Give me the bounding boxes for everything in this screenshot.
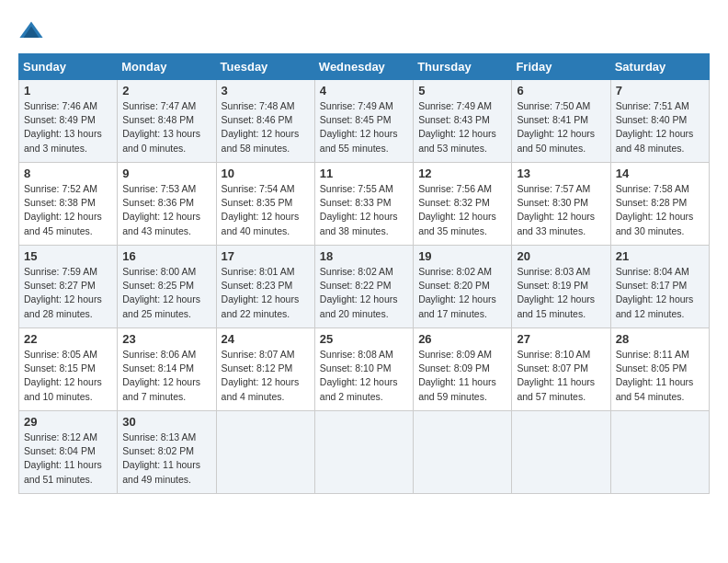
calendar-cell: 7Sunrise: 7:51 AMSunset: 8:40 PMDaylight…	[610, 80, 709, 163]
day-info: Sunrise: 7:48 AMSunset: 8:46 PMDaylight:…	[222, 99, 310, 155]
calendar-cell: 14Sunrise: 7:58 AMSunset: 8:28 PMDayligh…	[610, 163, 709, 246]
day-info: Sunrise: 8:10 AMSunset: 8:07 PMDaylight:…	[517, 348, 605, 404]
calendar-cell: 17Sunrise: 8:01 AMSunset: 8:23 PMDayligh…	[216, 246, 314, 328]
day-number: 25	[320, 332, 408, 346]
day-info: Sunrise: 8:09 AMSunset: 8:09 PMDaylight:…	[418, 348, 506, 404]
calendar-week-row: 8Sunrise: 7:52 AMSunset: 8:38 PMDaylight…	[19, 163, 710, 246]
calendar-cell: 29Sunrise: 8:12 AMSunset: 8:04 PMDayligh…	[19, 411, 118, 494]
day-number: 16	[122, 249, 210, 263]
calendar-cell: 4Sunrise: 7:49 AMSunset: 8:45 PMDaylight…	[314, 80, 413, 163]
day-number: 12	[418, 167, 506, 180]
weekday-header-wednesday: Wednesday	[314, 54, 413, 80]
calendar-cell: 11Sunrise: 7:55 AMSunset: 8:33 PMDayligh…	[314, 163, 413, 246]
day-number: 21	[616, 249, 704, 263]
day-number: 5	[418, 84, 506, 98]
day-info: Sunrise: 8:05 AMSunset: 8:15 PMDaylight:…	[24, 348, 112, 404]
calendar-cell: 28Sunrise: 8:11 AMSunset: 8:05 PMDayligh…	[610, 328, 709, 411]
calendar-cell: 26Sunrise: 8:09 AMSunset: 8:09 PMDayligh…	[414, 328, 512, 411]
day-number: 11	[320, 167, 408, 180]
weekday-header-saturday: Saturday	[610, 54, 709, 80]
day-number: 9	[122, 167, 210, 180]
day-number: 23	[122, 332, 210, 346]
weekday-header-row: SundayMondayTuesdayWednesdayThursdayFrid…	[19, 54, 710, 80]
day-number: 20	[517, 249, 605, 263]
day-number: 22	[24, 332, 112, 346]
day-info: Sunrise: 8:13 AMSunset: 8:02 PMDaylight:…	[122, 431, 210, 487]
calendar-cell: 16Sunrise: 8:00 AMSunset: 8:25 PMDayligh…	[118, 246, 216, 328]
calendar-cell: 23Sunrise: 8:06 AMSunset: 8:14 PMDayligh…	[118, 328, 216, 411]
day-number: 8	[24, 167, 112, 180]
day-info: Sunrise: 7:51 AMSunset: 8:40 PMDaylight:…	[616, 99, 704, 155]
day-info: Sunrise: 8:12 AMSunset: 8:04 PMDaylight:…	[24, 431, 112, 487]
day-info: Sunrise: 8:02 AMSunset: 8:22 PMDaylight:…	[320, 265, 408, 321]
day-info: Sunrise: 8:07 AMSunset: 8:12 PMDaylight:…	[222, 348, 310, 404]
day-info: Sunrise: 8:02 AMSunset: 8:20 PMDaylight:…	[418, 265, 506, 321]
day-info: Sunrise: 7:52 AMSunset: 8:38 PMDaylight:…	[24, 182, 112, 238]
calendar-cell: 5Sunrise: 7:49 AMSunset: 8:43 PMDaylight…	[414, 80, 512, 163]
day-number: 27	[517, 332, 605, 346]
day-number: 10	[222, 167, 310, 180]
calendar-cell: 27Sunrise: 8:10 AMSunset: 8:07 PMDayligh…	[512, 328, 610, 411]
calendar-cell: 2Sunrise: 7:47 AMSunset: 8:48 PMDaylight…	[118, 80, 216, 163]
calendar-cell	[314, 411, 413, 494]
logo	[18, 18, 48, 44]
day-info: Sunrise: 8:01 AMSunset: 8:23 PMDaylight:…	[222, 265, 310, 321]
weekday-header-thursday: Thursday	[414, 54, 512, 80]
calendar-cell: 1Sunrise: 7:46 AMSunset: 8:49 PMDaylight…	[19, 80, 118, 163]
header	[18, 18, 710, 44]
day-info: Sunrise: 7:53 AMSunset: 8:36 PMDaylight:…	[122, 182, 210, 238]
day-number: 18	[320, 249, 408, 263]
weekday-header-friday: Friday	[512, 54, 610, 80]
day-number: 7	[616, 84, 704, 98]
day-number: 26	[418, 332, 506, 346]
day-number: 2	[122, 84, 210, 98]
weekday-header-tuesday: Tuesday	[216, 54, 314, 80]
day-info: Sunrise: 8:03 AMSunset: 8:19 PMDaylight:…	[517, 265, 605, 321]
day-number: 15	[24, 249, 112, 263]
calendar-week-row: 1Sunrise: 7:46 AMSunset: 8:49 PMDaylight…	[19, 80, 710, 163]
calendar-week-row: 29Sunrise: 8:12 AMSunset: 8:04 PMDayligh…	[19, 411, 710, 494]
calendar-week-row: 22Sunrise: 8:05 AMSunset: 8:15 PMDayligh…	[19, 328, 710, 411]
day-number: 30	[122, 415, 210, 429]
calendar-cell: 21Sunrise: 8:04 AMSunset: 8:17 PMDayligh…	[610, 246, 709, 328]
logo-icon	[18, 18, 44, 44]
calendar-cell: 3Sunrise: 7:48 AMSunset: 8:46 PMDaylight…	[216, 80, 314, 163]
day-number: 1	[24, 84, 112, 98]
day-info: Sunrise: 8:06 AMSunset: 8:14 PMDaylight:…	[122, 348, 210, 404]
day-number: 6	[517, 84, 605, 98]
day-info: Sunrise: 7:56 AMSunset: 8:32 PMDaylight:…	[418, 182, 506, 238]
day-info: Sunrise: 8:04 AMSunset: 8:17 PMDaylight:…	[616, 265, 704, 321]
day-info: Sunrise: 8:11 AMSunset: 8:05 PMDaylight:…	[616, 348, 704, 404]
calendar-cell: 10Sunrise: 7:54 AMSunset: 8:35 PMDayligh…	[216, 163, 314, 246]
day-number: 19	[418, 249, 506, 263]
calendar-cell: 20Sunrise: 8:03 AMSunset: 8:19 PMDayligh…	[512, 246, 610, 328]
day-info: Sunrise: 7:58 AMSunset: 8:28 PMDaylight:…	[616, 182, 704, 238]
day-info: Sunrise: 7:49 AMSunset: 8:45 PMDaylight:…	[320, 99, 408, 155]
calendar-cell: 6Sunrise: 7:50 AMSunset: 8:41 PMDaylight…	[512, 80, 610, 163]
day-info: Sunrise: 7:50 AMSunset: 8:41 PMDaylight:…	[517, 99, 605, 155]
calendar-week-row: 15Sunrise: 7:59 AMSunset: 8:27 PMDayligh…	[19, 246, 710, 328]
calendar-cell: 25Sunrise: 8:08 AMSunset: 8:10 PMDayligh…	[314, 328, 413, 411]
calendar-cell	[610, 411, 709, 494]
calendar-table: SundayMondayTuesdayWednesdayThursdayFrid…	[18, 53, 710, 494]
calendar-cell: 19Sunrise: 8:02 AMSunset: 8:20 PMDayligh…	[414, 246, 512, 328]
day-info: Sunrise: 7:49 AMSunset: 8:43 PMDaylight:…	[418, 99, 506, 155]
day-info: Sunrise: 7:59 AMSunset: 8:27 PMDaylight:…	[24, 265, 112, 321]
day-info: Sunrise: 8:00 AMSunset: 8:25 PMDaylight:…	[122, 265, 210, 321]
day-info: Sunrise: 7:57 AMSunset: 8:30 PMDaylight:…	[517, 182, 605, 238]
calendar-cell: 30Sunrise: 8:13 AMSunset: 8:02 PMDayligh…	[118, 411, 216, 494]
day-number: 24	[222, 332, 310, 346]
day-number: 17	[222, 249, 310, 263]
day-info: Sunrise: 7:55 AMSunset: 8:33 PMDaylight:…	[320, 182, 408, 238]
day-number: 13	[517, 167, 605, 180]
weekday-header-sunday: Sunday	[19, 54, 118, 80]
day-info: Sunrise: 7:46 AMSunset: 8:49 PMDaylight:…	[24, 99, 112, 155]
day-number: 14	[616, 167, 704, 180]
calendar-cell: 24Sunrise: 8:07 AMSunset: 8:12 PMDayligh…	[216, 328, 314, 411]
day-number: 4	[320, 84, 408, 98]
day-number: 28	[616, 332, 704, 346]
calendar-cell: 22Sunrise: 8:05 AMSunset: 8:15 PMDayligh…	[19, 328, 118, 411]
day-number: 29	[24, 415, 112, 429]
day-info: Sunrise: 8:08 AMSunset: 8:10 PMDaylight:…	[320, 348, 408, 404]
calendar-cell: 8Sunrise: 7:52 AMSunset: 8:38 PMDaylight…	[19, 163, 118, 246]
